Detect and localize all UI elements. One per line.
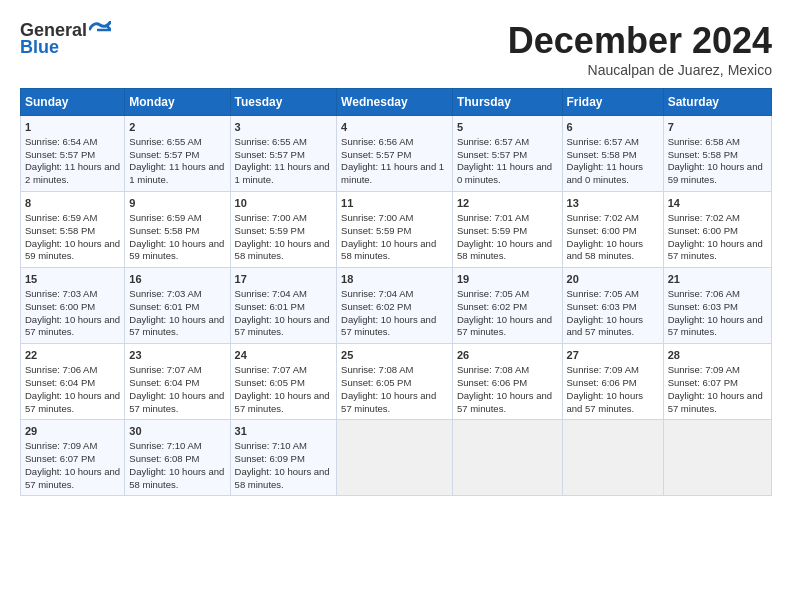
list-item: 20Sunrise: 7:05 AMSunset: 6:03 PMDayligh… bbox=[562, 268, 663, 344]
sunrise-text: Sunrise: 7:07 AM bbox=[235, 364, 307, 375]
sunrise-text: Sunrise: 7:01 AM bbox=[457, 212, 529, 223]
sunset-text: Sunset: 5:59 PM bbox=[235, 225, 305, 236]
day-number: 3 bbox=[235, 120, 333, 135]
sunset-text: Sunset: 5:58 PM bbox=[567, 149, 637, 160]
day-number: 26 bbox=[457, 348, 558, 363]
list-item: 27Sunrise: 7:09 AMSunset: 6:06 PMDayligh… bbox=[562, 344, 663, 420]
list-item: 6Sunrise: 6:57 AMSunset: 5:58 PMDaylight… bbox=[562, 116, 663, 192]
table-row: 22Sunrise: 7:06 AMSunset: 6:04 PMDayligh… bbox=[21, 344, 772, 420]
day-number: 20 bbox=[567, 272, 659, 287]
daylight-text: Daylight: 10 hours and 57 minutes. bbox=[25, 390, 120, 414]
daylight-text: Daylight: 10 hours and 57 minutes. bbox=[567, 314, 644, 338]
sunset-text: Sunset: 5:57 PM bbox=[129, 149, 199, 160]
sunset-text: Sunset: 5:57 PM bbox=[235, 149, 305, 160]
day-number: 21 bbox=[668, 272, 767, 287]
header: General Blue December 2024 Naucalpan de … bbox=[20, 20, 772, 78]
daylight-text: Daylight: 10 hours and 57 minutes. bbox=[129, 314, 224, 338]
sunset-text: Sunset: 5:58 PM bbox=[668, 149, 738, 160]
day-number: 15 bbox=[25, 272, 120, 287]
sunrise-text: Sunrise: 6:56 AM bbox=[341, 136, 413, 147]
sunset-text: Sunset: 6:04 PM bbox=[25, 377, 95, 388]
list-item: 14Sunrise: 7:02 AMSunset: 6:00 PMDayligh… bbox=[663, 192, 771, 268]
sunrise-text: Sunrise: 7:07 AM bbox=[129, 364, 201, 375]
day-number: 22 bbox=[25, 348, 120, 363]
sunrise-text: Sunrise: 6:59 AM bbox=[129, 212, 201, 223]
day-number: 12 bbox=[457, 196, 558, 211]
daylight-text: Daylight: 11 hours and 0 minutes. bbox=[457, 161, 552, 185]
list-item: 12Sunrise: 7:01 AMSunset: 5:59 PMDayligh… bbox=[452, 192, 562, 268]
sunset-text: Sunset: 6:05 PM bbox=[341, 377, 411, 388]
sunrise-text: Sunrise: 7:04 AM bbox=[235, 288, 307, 299]
sunrise-text: Sunrise: 7:00 AM bbox=[235, 212, 307, 223]
list-item: 19Sunrise: 7:05 AMSunset: 6:02 PMDayligh… bbox=[452, 268, 562, 344]
daylight-text: Daylight: 10 hours and 57 minutes. bbox=[668, 314, 763, 338]
sunset-text: Sunset: 6:00 PM bbox=[25, 301, 95, 312]
sunset-text: Sunset: 6:06 PM bbox=[457, 377, 527, 388]
table-row: 29Sunrise: 7:09 AMSunset: 6:07 PMDayligh… bbox=[21, 420, 772, 496]
daylight-text: Daylight: 10 hours and 59 minutes. bbox=[129, 238, 224, 262]
sunrise-text: Sunrise: 7:05 AM bbox=[567, 288, 639, 299]
day-number: 8 bbox=[25, 196, 120, 211]
sunset-text: Sunset: 5:58 PM bbox=[129, 225, 199, 236]
daylight-text: Daylight: 10 hours and 58 minutes. bbox=[129, 466, 224, 490]
sunset-text: Sunset: 6:03 PM bbox=[668, 301, 738, 312]
table-row: 1Sunrise: 6:54 AMSunset: 5:57 PMDaylight… bbox=[21, 116, 772, 192]
sunrise-text: Sunrise: 7:10 AM bbox=[235, 440, 307, 451]
daylight-text: Daylight: 11 hours and 1 minute. bbox=[341, 161, 444, 185]
daylight-text: Daylight: 10 hours and 58 minutes. bbox=[341, 238, 436, 262]
sunset-text: Sunset: 5:59 PM bbox=[457, 225, 527, 236]
sunrise-text: Sunrise: 6:59 AM bbox=[25, 212, 97, 223]
sunrise-text: Sunrise: 6:55 AM bbox=[129, 136, 201, 147]
list-item: 15Sunrise: 7:03 AMSunset: 6:00 PMDayligh… bbox=[21, 268, 125, 344]
daylight-text: Daylight: 10 hours and 58 minutes. bbox=[235, 238, 330, 262]
sunrise-text: Sunrise: 7:09 AM bbox=[668, 364, 740, 375]
daylight-text: Daylight: 10 hours and 57 minutes. bbox=[567, 390, 644, 414]
list-item bbox=[452, 420, 562, 496]
sunrise-text: Sunrise: 7:00 AM bbox=[341, 212, 413, 223]
table-row: 15Sunrise: 7:03 AMSunset: 6:00 PMDayligh… bbox=[21, 268, 772, 344]
list-item: 23Sunrise: 7:07 AMSunset: 6:04 PMDayligh… bbox=[125, 344, 230, 420]
location: Naucalpan de Juarez, Mexico bbox=[508, 62, 772, 78]
sunrise-text: Sunrise: 7:08 AM bbox=[457, 364, 529, 375]
day-number: 18 bbox=[341, 272, 448, 287]
daylight-text: Daylight: 10 hours and 57 minutes. bbox=[25, 466, 120, 490]
day-number: 9 bbox=[129, 196, 225, 211]
day-number: 29 bbox=[25, 424, 120, 439]
daylight-text: Daylight: 10 hours and 57 minutes. bbox=[235, 314, 330, 338]
sunset-text: Sunset: 5:58 PM bbox=[25, 225, 95, 236]
sunrise-text: Sunrise: 7:02 AM bbox=[567, 212, 639, 223]
sunset-text: Sunset: 6:05 PM bbox=[235, 377, 305, 388]
sunset-text: Sunset: 6:02 PM bbox=[457, 301, 527, 312]
day-number: 5 bbox=[457, 120, 558, 135]
sunrise-text: Sunrise: 6:55 AM bbox=[235, 136, 307, 147]
list-item: 29Sunrise: 7:09 AMSunset: 6:07 PMDayligh… bbox=[21, 420, 125, 496]
daylight-text: Daylight: 10 hours and 57 minutes. bbox=[668, 390, 763, 414]
sunrise-text: Sunrise: 6:57 AM bbox=[457, 136, 529, 147]
list-item: 3Sunrise: 6:55 AMSunset: 5:57 PMDaylight… bbox=[230, 116, 337, 192]
day-number: 13 bbox=[567, 196, 659, 211]
daylight-text: Daylight: 10 hours and 57 minutes. bbox=[341, 314, 436, 338]
daylight-text: Daylight: 11 hours and 2 minutes. bbox=[25, 161, 120, 185]
daylight-text: Daylight: 10 hours and 57 minutes. bbox=[341, 390, 436, 414]
day-number: 10 bbox=[235, 196, 333, 211]
sunset-text: Sunset: 5:57 PM bbox=[457, 149, 527, 160]
sunset-text: Sunset: 6:09 PM bbox=[235, 453, 305, 464]
logo-icon bbox=[89, 21, 111, 39]
daylight-text: Daylight: 10 hours and 57 minutes. bbox=[457, 314, 552, 338]
day-number: 30 bbox=[129, 424, 225, 439]
day-number: 27 bbox=[567, 348, 659, 363]
sunrise-text: Sunrise: 6:58 AM bbox=[668, 136, 740, 147]
daylight-text: Daylight: 10 hours and 59 minutes. bbox=[668, 161, 763, 185]
sunset-text: Sunset: 6:06 PM bbox=[567, 377, 637, 388]
col-wednesday: Wednesday bbox=[337, 89, 453, 116]
list-item: 21Sunrise: 7:06 AMSunset: 6:03 PMDayligh… bbox=[663, 268, 771, 344]
sunset-text: Sunset: 6:08 PM bbox=[129, 453, 199, 464]
day-number: 31 bbox=[235, 424, 333, 439]
daylight-text: Daylight: 10 hours and 58 minutes. bbox=[457, 238, 552, 262]
day-number: 14 bbox=[668, 196, 767, 211]
daylight-text: Daylight: 10 hours and 57 minutes. bbox=[25, 314, 120, 338]
list-item: 30Sunrise: 7:10 AMSunset: 6:08 PMDayligh… bbox=[125, 420, 230, 496]
sunset-text: Sunset: 6:07 PM bbox=[25, 453, 95, 464]
list-item: 28Sunrise: 7:09 AMSunset: 6:07 PMDayligh… bbox=[663, 344, 771, 420]
list-item: 7Sunrise: 6:58 AMSunset: 5:58 PMDaylight… bbox=[663, 116, 771, 192]
